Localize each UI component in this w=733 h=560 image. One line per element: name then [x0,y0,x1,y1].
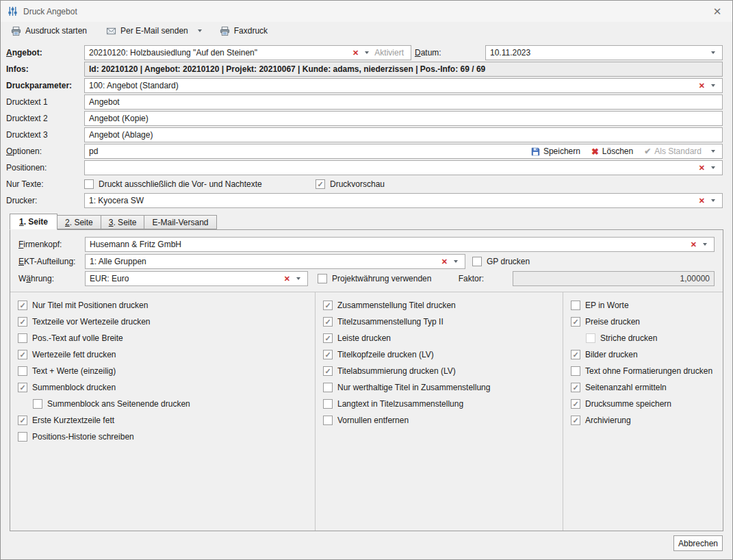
checkbox-row[interactable]: ✓Leiste drucken [323,330,560,346]
drucktext1-input[interactable]: Angebot [84,94,723,110]
chevron-down-icon[interactable] [362,51,372,54]
checkbox[interactable]: ✓ [571,416,580,425]
checkbox[interactable]: ✓ [571,350,580,359]
drucktext3-input[interactable]: Angebot (Ablage) [84,127,723,142]
druckvorschau-checkbox-row[interactable]: ✓ Druckvorschau [316,179,385,189]
checkbox-row[interactable]: ✓Titelkopfzeile drucken (LV) [323,346,560,363]
tab-2-seite[interactable]: 2. Seite [57,215,101,229]
checkbox-label: Zusammenstellung Titel drucken [337,301,456,310]
drucktext2-input[interactable]: Angebot (Kopie) [84,111,723,126]
clear-icon[interactable]: ✕ [687,241,700,249]
checkbox-row[interactable]: ✓Textzeile vor Wertezeile drucken [18,314,312,330]
checkbox-row[interactable]: Vornullen entfernen [323,412,560,429]
checkbox-row[interactable]: ✓Drucksumme speichern [571,396,720,412]
chevron-down-icon[interactable] [700,243,710,246]
checkbox-row[interactable]: ✓Wertezeile fett drucken [18,346,312,363]
waehrung-combobox[interactable]: EUR: Euro ✕ [85,271,308,286]
checkbox[interactable]: ✓ [323,301,333,310]
checkbox-row[interactable]: EP in Worte [571,297,720,314]
speichern-button[interactable]: Speichern [527,144,584,158]
checkbox[interactable]: ✓ [18,301,27,310]
checkbox-row[interactable]: Text + Werte (einzeilig) [18,363,312,379]
checkbox[interactable]: ✓ [18,317,27,327]
als-standard-button[interactable]: ✔ Als Standard [640,144,706,158]
checkbox[interactable] [323,399,333,409]
checkbox[interactable]: ✓ [18,416,27,425]
checkbox-row[interactable]: Pos.-Text auf volle Breite [18,330,312,346]
tab-1-seite[interactable]: 1. Seite [10,214,57,230]
checkbox-row[interactable]: Langtext in Titelzusammenstellung [323,396,560,412]
faxdruck-button[interactable]: Faxdruck [215,25,272,38]
clear-icon[interactable]: ✕ [695,82,708,90]
clear-icon[interactable]: ✕ [438,258,451,266]
checkbox-row[interactable]: ✓Titelabsummierung drucken (LV) [323,363,560,379]
checkbox[interactable] [323,416,333,425]
checkbox-row[interactable]: ✓Bilder drucken [571,346,720,363]
checkbox[interactable] [586,333,595,343]
checkbox[interactable] [18,366,27,376]
checkbox[interactable] [571,366,580,376]
checkbox-row[interactable]: Striche drucken [586,330,720,346]
checkbox[interactable] [18,432,27,442]
chevron-down-icon[interactable] [708,84,718,87]
checkbox-row[interactable]: ✓Zusammenstellung Titel drucken [323,297,560,314]
projektwaehrung-checkbox-row[interactable]: Projektwährung verwenden [318,274,431,283]
druckparameter-combobox[interactable]: 100: Angebot (Standard) ✕ [84,78,723,93]
gp-drucken-checkbox-row[interactable]: GP drucken [472,257,530,266]
checkbox[interactable] [84,179,94,189]
checkbox[interactable]: ✓ [18,383,27,392]
close-icon[interactable]: ✕ [709,5,725,18]
positionen-combobox[interactable]: ✕ [84,160,723,175]
checkbox-row[interactable]: ✓Nur Titel mit Positionen drucken [18,297,312,314]
chevron-down-icon[interactable] [294,277,303,280]
clear-icon[interactable]: ✕ [349,49,362,57]
checkbox[interactable]: ✓ [323,366,333,376]
checkbox[interactable] [33,399,42,409]
checkbox-row[interactable]: ✓Seitenanzahl ermitteln [571,379,720,396]
angebot-combobox[interactable]: 20210120: Holzbausiedlung "Auf den Stein… [84,45,411,60]
checkbox-row[interactable]: ✓Erste Kurztextzeile fett [18,412,312,429]
checkbox[interactable]: ✓ [323,317,333,327]
checkbox[interactable]: ✓ [571,399,580,409]
checkbox[interactable]: ✓ [18,350,27,359]
checkbox[interactable]: ✓ [323,350,333,359]
checkbox[interactable] [472,257,482,266]
email-dropdown-arrow-icon[interactable] [194,24,205,38]
chevron-down-icon[interactable] [708,166,718,169]
clear-icon[interactable]: ✕ [695,197,708,205]
checkbox-row[interactable]: Nur werthaltige Titel in Zusammenstellun… [323,379,560,396]
chevron-down-icon[interactable] [708,51,718,54]
abbrechen-button[interactable]: Abbrechen [673,535,723,551]
checkbox[interactable]: ✓ [571,317,580,327]
checkbox[interactable]: ✓ [316,179,325,189]
checkbox[interactable] [18,333,27,343]
checkbox[interactable]: ✓ [323,333,333,343]
firmenkopf-combobox[interactable]: Husemann & Fritz GmbH ✕ [85,237,715,252]
checkbox[interactable] [571,301,580,310]
datum-combobox[interactable]: 10.11.2023 [485,45,723,60]
checkbox-row[interactable]: ✓Archivierung [571,412,720,429]
ausdruck-starten-button[interactable]: Ausdruck starten [6,25,92,38]
checkbox-row[interactable]: Summenblock ans Seitenende drucken [33,396,312,412]
nur-texte-checkbox-row[interactable]: Druckt ausschließlich die Vor- und Nacht… [84,179,316,189]
clear-icon[interactable]: ✕ [281,275,294,283]
als-standard-dropdown-icon[interactable] [708,150,718,153]
chevron-down-icon[interactable] [451,260,461,263]
per-email-senden-button[interactable]: Per E-Mail senden [101,25,193,38]
drucker-combobox[interactable]: 1: Kyocera SW ✕ [84,193,723,208]
clear-icon[interactable]: ✕ [695,164,708,172]
checkbox[interactable] [323,383,333,392]
tab-3-seite[interactable]: 3. Seite [101,215,145,229]
checkbox-row[interactable]: ✓Preise drucken [571,314,720,330]
checkbox-row[interactable]: ✓Titelzusammenstellung Typ II [323,314,560,330]
chevron-down-icon[interactable] [708,199,718,202]
checkbox[interactable]: ✓ [571,383,580,392]
checkbox-row[interactable]: Text ohne Formatierungen drucken [571,363,720,379]
loeschen-button[interactable]: ✖ Löschen [587,144,637,158]
checkbox-row[interactable]: Positions-Historie schreiben [18,429,312,445]
checkbox-row[interactable]: ✓Summenblock drucken [18,379,312,396]
checkbox[interactable] [318,274,327,283]
optionen-input[interactable]: pd Speichern [84,144,723,159]
tab-e-mail-versand[interactable]: E-Mail-Versand [144,215,216,229]
ekt-aufteilung-combobox[interactable]: 1: Alle Gruppen ✕ [85,254,465,269]
